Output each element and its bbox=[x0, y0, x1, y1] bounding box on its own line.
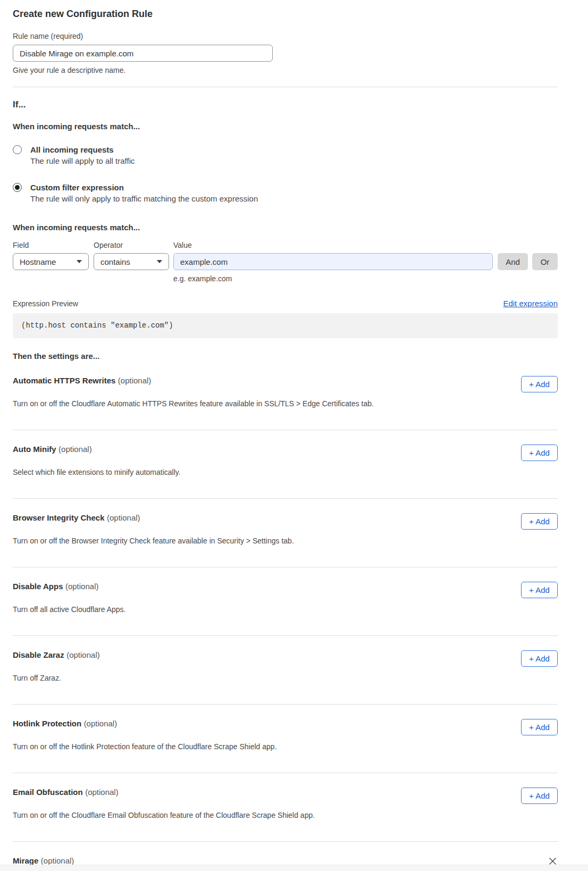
setting-name: Disable Zaraz bbox=[13, 650, 64, 659]
match-type-heading: When incoming requests match... bbox=[13, 121, 558, 132]
and-button[interactable]: And bbox=[498, 253, 528, 270]
setting-name: Email Obfuscation bbox=[13, 788, 83, 797]
chevron-down-icon bbox=[157, 260, 162, 263]
setting-section-auto-minify: Auto Minify (optional) + Add Select whic… bbox=[13, 430, 558, 499]
add-button[interactable]: + Add bbox=[521, 513, 558, 530]
setting-description: Select which file extensions to minify a… bbox=[13, 467, 558, 478]
optional-label: (optional) bbox=[85, 788, 119, 797]
radio-icon-unselected[interactable] bbox=[13, 145, 22, 154]
setting-name: Disable Apps bbox=[13, 582, 63, 591]
setting-name: Hotlink Protection bbox=[13, 719, 81, 728]
radio-description: The rule will only apply to traffic matc… bbox=[30, 193, 258, 204]
expression-preview-code: (http.host contains "example.com") bbox=[13, 313, 558, 338]
setting-section-browser-integrity-check: Browser Integrity Check (optional) + Add… bbox=[13, 499, 558, 567]
value-help: e.g. example.com bbox=[173, 274, 493, 284]
expression-preview-label: Expression Preview bbox=[13, 298, 78, 309]
then-settings-heading: Then the settings are... bbox=[13, 350, 558, 362]
section-divider bbox=[13, 87, 558, 87]
add-button[interactable]: + Add bbox=[521, 582, 558, 598]
add-button[interactable]: + Add bbox=[521, 788, 558, 804]
radio-label: All incoming requests bbox=[30, 144, 135, 155]
field-select[interactable]: Hostname bbox=[13, 253, 89, 270]
setting-name: Mirage bbox=[13, 856, 38, 865]
setting-section-automatic-https-rewrites: Automatic HTTPS Rewrites (optional) + Ad… bbox=[13, 362, 558, 430]
setting-description: Turn off all active Cloudflare Apps. bbox=[13, 605, 558, 615]
setting-section-hotlink-protection: Hotlink Protection (optional) + Add Turn… bbox=[13, 705, 558, 773]
or-button[interactable]: Or bbox=[532, 253, 558, 270]
add-button[interactable]: + Add bbox=[521, 376, 558, 392]
radio-label: Custom filter expression bbox=[30, 182, 258, 193]
radio-option-all-requests[interactable]: All incoming requests The rule will appl… bbox=[13, 144, 558, 166]
setting-section-disable-zaraz: Disable Zaraz (optional) + Add Turn off … bbox=[13, 636, 558, 705]
rule-name-help: Give your rule a descriptive name. bbox=[13, 65, 558, 76]
operator-select-value: contains bbox=[100, 257, 130, 266]
optional-label: (optional) bbox=[41, 856, 74, 865]
add-button[interactable]: + Add bbox=[521, 719, 558, 735]
footer-strip bbox=[0, 865, 588, 871]
expression-builder-heading: When incoming requests match... bbox=[13, 222, 558, 233]
page-title: Create new Configuration Rule bbox=[13, 7, 558, 20]
optional-label: (optional) bbox=[66, 650, 100, 659]
operator-select[interactable]: contains bbox=[94, 253, 169, 270]
setting-description: Turn on or off the Cloudflare Email Obfu… bbox=[13, 810, 558, 820]
optional-label: (optional) bbox=[118, 376, 152, 385]
optional-label: (optional) bbox=[65, 582, 99, 591]
setting-name: Browser Integrity Check bbox=[13, 513, 105, 522]
rule-name-label: Rule name (required) bbox=[13, 31, 558, 41]
expression-builder-row: Field Hostname Operator contains Value e… bbox=[13, 240, 558, 284]
add-button[interactable]: + Add bbox=[521, 445, 558, 461]
radio-description: The rule will apply to all traffic bbox=[30, 155, 135, 166]
setting-name: Automatic HTTPS Rewrites bbox=[13, 376, 115, 385]
field-label: Field bbox=[13, 240, 89, 250]
setting-description: Turn off Zaraz. bbox=[13, 673, 558, 683]
value-input[interactable] bbox=[173, 253, 493, 270]
field-select-value: Hostname bbox=[20, 257, 56, 266]
optional-label: (optional) bbox=[107, 513, 140, 522]
setting-description: Turn on or off the Hotlink Protection fe… bbox=[13, 742, 558, 752]
setting-name: Auto Minify bbox=[13, 445, 56, 454]
rule-name-input[interactable] bbox=[13, 45, 273, 62]
setting-section-email-obfuscation: Email Obfuscation (optional) + Add Turn … bbox=[13, 773, 558, 842]
setting-section-disable-apps: Disable Apps (optional) + Add Turn off a… bbox=[13, 567, 558, 636]
radio-option-custom-filter[interactable]: Custom filter expression The rule will o… bbox=[13, 182, 558, 204]
rule-name-group: Rule name (required) Give your rule a de… bbox=[13, 31, 558, 76]
optional-label: (optional) bbox=[84, 719, 117, 728]
optional-label: (optional) bbox=[58, 445, 92, 454]
if-heading: If... bbox=[13, 98, 558, 111]
add-button[interactable]: + Add bbox=[521, 650, 558, 667]
chevron-down-icon bbox=[77, 260, 82, 263]
setting-description: Turn on or off the Browser Integrity Che… bbox=[13, 536, 558, 546]
operator-label: Operator bbox=[94, 240, 169, 250]
create-configuration-rule-page: Create new Configuration Rule Rule name … bbox=[0, 0, 588, 871]
value-label: Value bbox=[173, 240, 493, 250]
edit-expression-link[interactable]: Edit expression bbox=[503, 298, 558, 309]
settings-list: Automatic HTTPS Rewrites (optional) + Ad… bbox=[13, 362, 558, 871]
setting-description: Turn on or off the Cloudflare Automatic … bbox=[13, 399, 558, 409]
radio-icon-selected[interactable] bbox=[13, 183, 22, 192]
